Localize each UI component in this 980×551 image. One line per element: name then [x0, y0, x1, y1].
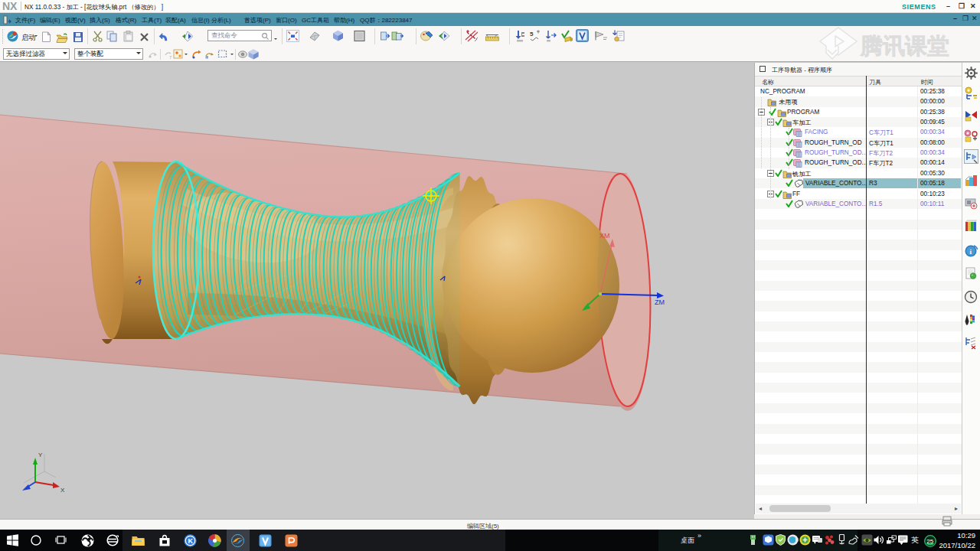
svg-text:7: 7	[169, 55, 172, 60]
svg-text:K: K	[188, 537, 194, 545]
svg-text:5: 5	[530, 31, 534, 37]
svg-text:25: 25	[926, 538, 933, 545]
svg-text:Y: Y	[38, 452, 43, 458]
svg-text:XM: XM	[599, 232, 610, 240]
svg-text:X: X	[60, 487, 65, 494]
svg-text:ZM: ZM	[655, 298, 665, 306]
